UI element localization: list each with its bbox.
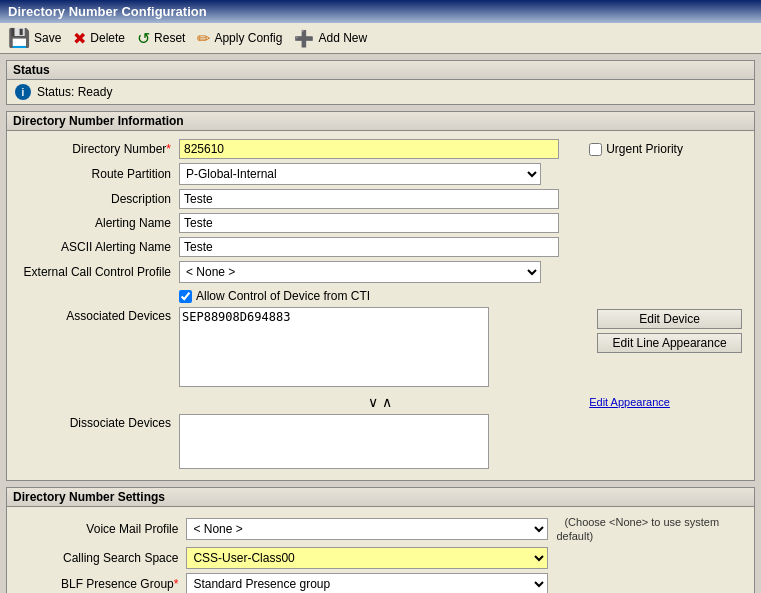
route-partition-label-cell: Route Partition: [15, 161, 175, 187]
ascii-alerting-name-input-cell: [175, 235, 746, 259]
delete-button[interactable]: ✖ Delete: [73, 29, 125, 48]
status-text: Status: Ready: [37, 85, 112, 99]
ascii-alerting-name-input[interactable]: [179, 237, 559, 257]
description-row: Description: [15, 187, 746, 211]
dissociate-devices-label: Dissociate Devices: [70, 416, 171, 430]
urgent-priority-cell: Urgent Priority: [585, 137, 746, 161]
urgent-priority-label: Urgent Priority: [589, 142, 742, 156]
voice-mail-profile-select-cell: < None >: [182, 513, 552, 545]
route-partition-input-cell: P-Global-Internal: [175, 161, 746, 187]
dir-number-settings-title: Directory Number Settings: [7, 488, 754, 507]
reset-button[interactable]: ↺ Reset: [137, 29, 185, 48]
voice-mail-profile-row: Voice Mail Profile < None > (Choose <Non…: [15, 513, 746, 545]
urgent-priority-checkbox[interactable]: [589, 143, 602, 156]
associated-devices-label-cell: Associated Devices: [15, 305, 175, 392]
associated-devices-textarea[interactable]: SEP88908D694883: [179, 307, 489, 387]
edit-line-appearance-button[interactable]: Edit Line Appearance: [597, 333, 742, 353]
description-input[interactable]: [179, 189, 559, 209]
external-call-control-label-cell: External Call Control Profile: [15, 259, 175, 285]
reset-icon: ↺: [137, 29, 150, 48]
status-section: Status i Status: Ready: [6, 60, 755, 105]
toolbar: 💾 Save ✖ Delete ↺ Reset ✏ Apply Config ➕…: [0, 23, 761, 54]
move-arrows-cell: ∨ ∧: [175, 392, 585, 412]
directory-number-label-cell: Directory Number*: [15, 137, 175, 161]
route-partition-label: Route Partition: [92, 167, 171, 181]
dir-number-settings-form-table: Voice Mail Profile < None > (Choose <Non…: [15, 513, 746, 593]
external-call-control-select[interactable]: < None >: [179, 261, 541, 283]
directory-number-row: Directory Number* Urgent Priority: [15, 137, 746, 161]
voice-mail-profile-label-cell: Voice Mail Profile: [15, 513, 182, 545]
edit-device-label: Edit Device: [639, 312, 700, 326]
blf-presence-group-row: BLF Presence Group* Standard Presence gr…: [15, 571, 746, 593]
add-new-button[interactable]: ➕ Add New: [294, 29, 367, 48]
description-label: Description: [111, 192, 171, 206]
ascii-alerting-name-row: ASCII Alerting Name: [15, 235, 746, 259]
dir-number-settings-section: Directory Number Settings Voice Mail Pro…: [6, 487, 755, 593]
alerting-name-row: Alerting Name: [15, 211, 746, 235]
blf-required-star: *: [174, 577, 179, 591]
cti-row: Allow Control of Device from CTI: [15, 285, 746, 305]
voice-mail-profile-select[interactable]: < None >: [186, 518, 548, 540]
cti-label-cell: [15, 285, 175, 305]
move-up-arrow[interactable]: ∧: [382, 394, 392, 410]
route-partition-select[interactable]: P-Global-Internal: [179, 163, 541, 185]
description-label-cell: Description: [15, 187, 175, 211]
edit-appearance-label: Edit Appearance: [589, 396, 670, 408]
dir-number-info-content: Directory Number* Urgent Priority Route …: [7, 131, 754, 480]
window-title: Directory Number Configuration: [8, 4, 207, 19]
apply-config-button[interactable]: ✏ Apply Config: [197, 29, 282, 48]
save-label: Save: [34, 31, 61, 45]
add-new-label: Add New: [318, 31, 367, 45]
edit-device-button[interactable]: Edit Device: [597, 309, 742, 329]
calling-search-space-select[interactable]: CSS-User-Class00: [186, 547, 548, 569]
cti-label: Allow Control of Device from CTI: [179, 289, 742, 303]
blf-presence-group-select-cell: Standard Presence group: [182, 571, 746, 593]
voice-mail-profile-label: Voice Mail Profile: [86, 522, 178, 536]
move-arrows-label-cell: [15, 392, 175, 412]
status-icon: i: [15, 84, 31, 100]
dissociate-devices-label-cell: Dissociate Devices: [15, 412, 175, 474]
alerting-name-label: Alerting Name: [95, 216, 171, 230]
dir-number-info-section: Directory Number Information Directory N…: [6, 111, 755, 481]
alerting-name-input[interactable]: [179, 213, 559, 233]
calling-search-space-label-cell: Calling Search Space: [15, 545, 182, 571]
alerting-name-input-cell: [175, 211, 746, 235]
save-button[interactable]: 💾 Save: [8, 27, 61, 49]
cti-text: Allow Control of Device from CTI: [196, 289, 370, 303]
dir-number-settings-content: Voice Mail Profile < None > (Choose <Non…: [7, 507, 754, 593]
apply-config-label: Apply Config: [214, 31, 282, 45]
cti-checkbox-cell: Allow Control of Device from CTI: [175, 285, 746, 305]
move-down-arrow[interactable]: ∨: [368, 394, 378, 410]
dissociate-devices-textarea[interactable]: [179, 414, 489, 469]
directory-number-input-cell: [175, 137, 585, 161]
dir-number-info-title: Directory Number Information: [7, 112, 754, 131]
associated-devices-label: Associated Devices: [66, 309, 171, 323]
description-input-cell: [175, 187, 746, 211]
required-star: *: [166, 142, 171, 156]
urgent-priority-text: Urgent Priority: [606, 142, 683, 156]
external-call-control-input-cell: < None >: [175, 259, 746, 285]
external-call-control-label: External Call Control Profile: [24, 265, 171, 279]
edit-line-appearance-label: Edit Line Appearance: [613, 336, 727, 350]
dissociate-devices-row: Dissociate Devices: [15, 412, 746, 474]
route-partition-row: Route Partition P-Global-Internal: [15, 161, 746, 187]
dissociate-devices-input-cell: [175, 412, 746, 474]
cti-checkbox[interactable]: [179, 290, 192, 303]
directory-number-input[interactable]: [179, 139, 559, 159]
status-section-title: Status: [7, 61, 754, 80]
calling-search-space-row: Calling Search Space CSS-User-Class00: [15, 545, 746, 571]
delete-label: Delete: [90, 31, 125, 45]
blf-presence-group-label-cell: BLF Presence Group*: [15, 571, 182, 593]
blf-presence-group-label: BLF Presence Group: [61, 577, 174, 591]
reset-label: Reset: [154, 31, 185, 45]
associated-devices-row: Associated Devices SEP88908D694883 Edit …: [15, 305, 746, 392]
apply-config-icon: ✏: [197, 29, 210, 48]
dir-number-form-table: Directory Number* Urgent Priority Route …: [15, 137, 746, 474]
associated-devices-buttons: Edit Device Edit Line Appearance: [597, 309, 742, 353]
voice-mail-note: (Choose <None> to use system default): [556, 516, 719, 542]
directory-number-label: Directory Number: [72, 142, 166, 156]
associated-devices-input-cell: SEP88908D694883: [175, 305, 585, 392]
blf-presence-group-select[interactable]: Standard Presence group: [186, 573, 548, 593]
title-bar: Directory Number Configuration: [0, 0, 761, 23]
calling-search-space-label: Calling Search Space: [63, 551, 178, 565]
